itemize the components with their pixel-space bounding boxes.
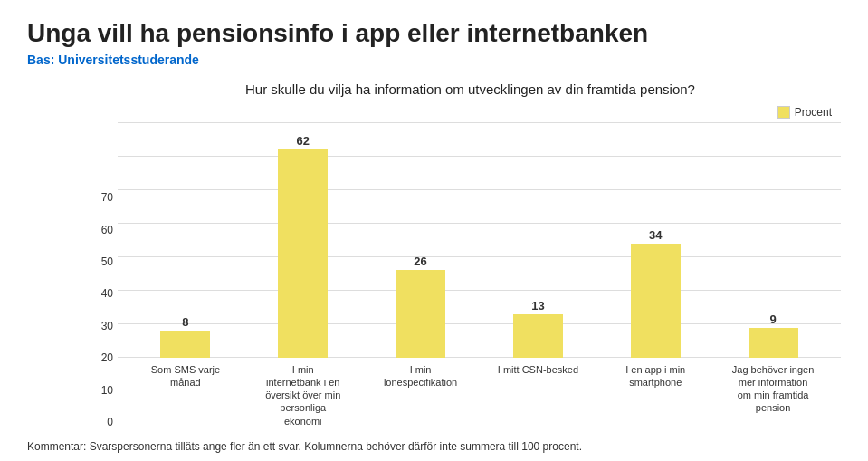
x-labels-row: Som SMS varjemånadI mininternetbank i en…: [118, 358, 841, 427]
x-axis-label: I en app i minsmartphone: [596, 363, 714, 427]
bar-value-label: 26: [414, 255, 426, 268]
bar-rect: [631, 244, 681, 358]
bar-value-label: 8: [182, 315, 188, 329]
bar-group: 34: [596, 122, 714, 358]
x-axis-label: I mitt CSN-besked: [479, 363, 596, 427]
bar-group: 8: [127, 122, 244, 358]
y-axis-label: 50: [81, 256, 113, 267]
question-text: Hur skulle du vilja ha information om ut…: [100, 82, 841, 97]
chart-container: 010203040506070 8622613349 Som SMS varje…: [81, 122, 841, 427]
bar-rect: [278, 149, 328, 358]
x-axis-label: Som SMS varjemånad: [127, 363, 244, 427]
bar-rect: [396, 270, 445, 358]
comment-text: Kommentar: Svarspersonerna tilläts ange …: [27, 440, 841, 453]
legend-row: Procent: [81, 106, 832, 119]
y-axis-label: 30: [81, 321, 113, 331]
subtitle: Bas: Universitetsstuderande: [27, 53, 841, 67]
y-axis-label: 60: [81, 225, 113, 235]
y-axis: 010203040506070: [81, 192, 113, 427]
bars-row: 8622613349: [118, 122, 841, 358]
bar-rect: [749, 328, 798, 358]
chart-area: Procent 010203040506070 8622613349 Som S…: [81, 106, 841, 427]
legend-label: Procent: [795, 106, 832, 119]
bar-value-label: 62: [297, 134, 310, 148]
y-axis-label: 10: [81, 385, 113, 396]
legend-item: Procent: [777, 106, 832, 119]
bar-value-label: 34: [649, 228, 662, 242]
legend-color-box: [777, 106, 790, 119]
grid-and-bars: 8622613349: [118, 122, 841, 358]
y-axis-label: 20: [81, 352, 113, 363]
bar-group: 26: [362, 122, 480, 358]
y-axis-label: 40: [81, 288, 113, 299]
x-axis-label: I mininternetbank i enöversikt över minp…: [244, 363, 362, 427]
bar-rect: [160, 331, 210, 358]
bars-area: 8622613349 Som SMS varjemånadI minintern…: [118, 122, 841, 427]
bar-group: 13: [479, 122, 596, 358]
bar-value-label: 9: [769, 312, 776, 326]
main-title: Unga vill ha pensionsinfo i app eller in…: [27, 18, 841, 49]
x-axis-label: I minlönespecifikation: [362, 363, 480, 427]
x-axis-label: Jag behöver ingenmer informationom min f…: [714, 363, 832, 427]
bar-rect: [513, 314, 563, 358]
y-axis-label: 70: [81, 192, 113, 203]
bar-group: 62: [244, 122, 362, 358]
bar-value-label: 13: [531, 299, 544, 312]
bar-group: 9: [714, 122, 832, 358]
y-axis-label: 0: [81, 417, 113, 427]
